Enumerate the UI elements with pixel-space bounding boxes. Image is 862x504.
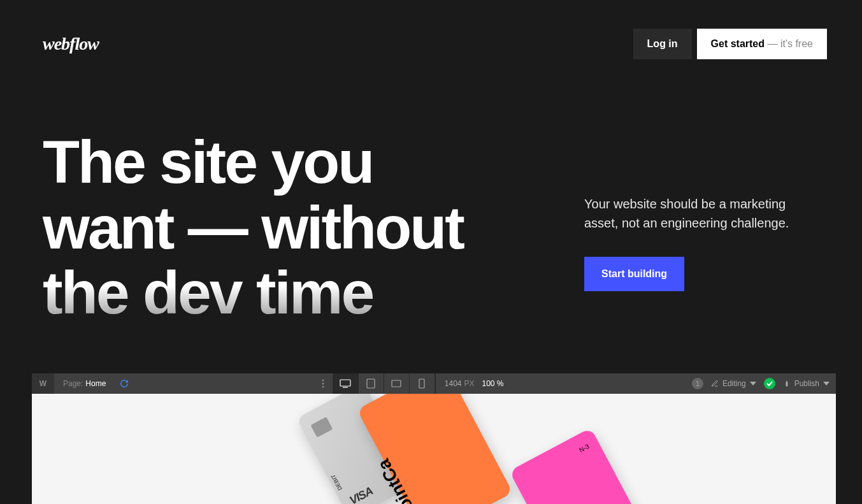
canvas-zoom: 100 % [482,379,504,388]
tablet-device-icon[interactable] [359,373,384,394]
hero-title-line2: want — without [43,194,463,261]
card-pink-tag: N-3 [578,443,590,454]
svg-rect-6 [392,380,401,387]
designer-preview: W Page: Home 1404 PX [32,373,836,504]
hero-title-line1: The site you [43,128,373,196]
get-started-label: Get started [711,38,765,49]
svg-point-1 [322,383,324,385]
webflow-logo[interactable]: webflow [43,34,99,54]
page-selector[interactable]: Page: Home [54,379,115,388]
get-started-suffix: — it's free [765,38,813,49]
desktop-device-icon[interactable] [333,373,359,394]
svg-point-0 [322,380,324,382]
rocket-icon [783,380,791,387]
visa-label: VISA [347,484,375,504]
svg-rect-3 [340,380,350,386]
editing-label: Editing [722,379,746,388]
card-pink: N-3 PointC [509,428,654,504]
chevron-down-icon [823,382,830,385]
start-building-button[interactable]: Start building [584,257,684,291]
sync-icon[interactable] [115,379,134,388]
page-label: Page: [63,379,83,388]
publish-label: Publish [794,379,819,388]
notification-badge[interactable]: 1 [692,378,703,389]
canvas-width-unit: PX [464,379,474,388]
status-check-icon[interactable] [764,378,775,389]
canvas-width: 1404 [445,379,462,388]
svg-rect-7 [419,379,424,388]
designer-canvas: VISA N-2 PointCa N-3 PointC [32,394,836,504]
svg-point-2 [322,386,324,388]
header-buttons: Log in Get started — it's free [633,29,827,59]
login-button[interactable]: Log in [633,29,692,59]
hero-description: Your website should be a marketing asset… [584,194,819,233]
chevron-down-icon [750,382,756,385]
tablet-landscape-icon[interactable] [384,373,410,394]
page-name: Home [85,379,106,388]
hero-title: The site you want — without the dev time [43,129,546,326]
editing-mode-button[interactable]: Editing [711,379,756,388]
canvas-size[interactable]: 1404 PX 100 % [436,379,513,388]
designer-toolbar: W Page: Home 1404 PX [32,373,836,394]
device-switcher [333,373,436,394]
more-icon[interactable] [313,379,333,388]
mobile-device-icon[interactable] [410,373,435,394]
get-started-button[interactable]: Get started — it's free [697,29,827,59]
svg-rect-5 [367,379,375,388]
designer-logo-icon[interactable]: W [32,373,54,394]
hero-title-line3: the dev time [43,259,373,326]
publish-button[interactable]: Publish [783,379,830,388]
